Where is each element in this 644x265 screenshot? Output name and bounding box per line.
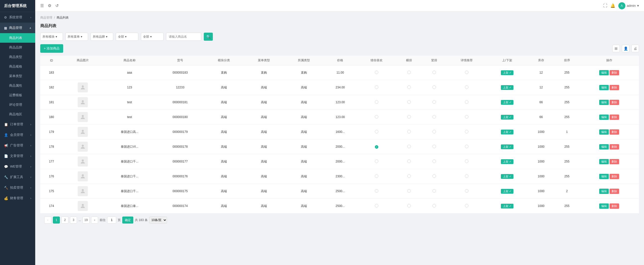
detail-radio[interactable] (465, 189, 468, 193)
cell-ver[interactable] (422, 169, 447, 184)
sidebar-item-order[interactable]: 📋 订单管理 › (0, 119, 35, 130)
fav-radio[interactable] (375, 130, 378, 133)
sidebar-sub-item-region[interactable]: 商品地区 (0, 110, 35, 119)
hor-radio[interactable] (407, 160, 411, 163)
detail-radio[interactable] (465, 174, 468, 178)
fav-radio[interactable] (375, 85, 378, 89)
cell-detail[interactable] (447, 154, 487, 169)
hor-radio[interactable] (407, 189, 411, 193)
edit-button[interactable]: 编辑 (599, 159, 609, 164)
menu-filter[interactable]: 所有菜单 ▾ (65, 33, 88, 41)
detail-radio[interactable] (465, 204, 468, 207)
sidebar-item-extend[interactable]: 🔧 扩展工具 › (0, 172, 35, 182)
brand-filter[interactable]: 所有品牌 ▾ (91, 33, 113, 41)
cell-hor[interactable] (397, 65, 422, 80)
ver-radio[interactable] (432, 189, 436, 193)
sidebar-item-ad[interactable]: 📢 广告管理 › (0, 140, 35, 151)
edit-button[interactable]: 编辑 (599, 203, 609, 209)
hor-radio[interactable] (407, 100, 411, 104)
edit-button[interactable]: 编辑 (599, 100, 609, 105)
page-size-select[interactable]: 10条/页 20条/页 50条/页 (149, 217, 167, 224)
ver-radio[interactable] (432, 204, 436, 207)
module-filter[interactable]: 所有模块 ▾ (40, 33, 63, 41)
cell-hor[interactable] (397, 80, 422, 95)
cell-fav[interactable] (357, 80, 397, 95)
next-page-btn[interactable]: › (91, 217, 98, 224)
sidebar-sub-item-comment[interactable]: 评论管理 (0, 100, 35, 110)
confirm-goto-btn[interactable]: 确定 (122, 217, 133, 224)
detail-radio[interactable] (465, 71, 468, 74)
cell-fav[interactable] (357, 125, 397, 139)
ver-radio[interactable] (432, 71, 436, 74)
delete-button[interactable]: 删除 (610, 203, 619, 209)
edit-button[interactable]: 编辑 (599, 129, 609, 135)
cell-fav[interactable] (357, 95, 397, 110)
edit-button[interactable]: 编辑 (599, 70, 609, 75)
ver-radio[interactable] (432, 160, 436, 163)
user-icon-btn[interactable]: 👤 (622, 45, 629, 52)
ver-radio[interactable] (432, 100, 436, 104)
fav-radio[interactable] (375, 115, 378, 119)
detail-radio[interactable] (465, 100, 468, 104)
ver-radio[interactable] (432, 85, 436, 89)
hor-radio[interactable] (407, 174, 411, 178)
cell-hor[interactable] (397, 169, 422, 184)
cell-ver[interactable] (422, 80, 447, 95)
page-btn-1[interactable]: 1 (53, 217, 60, 224)
delete-button[interactable]: 删除 (610, 144, 619, 149)
cell-ver[interactable] (422, 95, 447, 110)
detail-radio[interactable] (465, 130, 468, 133)
search-button[interactable]: 🔍 (204, 33, 213, 41)
prev-page-btn[interactable]: ‹ (44, 217, 51, 224)
ver-radio[interactable] (432, 130, 436, 133)
hor-radio[interactable] (407, 85, 411, 89)
notification-icon[interactable]: 🔔 (610, 3, 615, 8)
sidebar-item-goods[interactable]: ▦ 商品管理 ∧ (0, 23, 35, 33)
cell-hor[interactable] (397, 139, 422, 154)
delete-button[interactable]: 删除 (610, 174, 619, 179)
cell-detail[interactable] (447, 95, 487, 110)
user-info[interactable]: A admin ▾ (618, 2, 639, 9)
delete-button[interactable]: 删除 (610, 70, 619, 75)
detail-radio[interactable] (465, 85, 468, 89)
sidebar-item-member[interactable]: 👤 会员管理 › (0, 130, 35, 140)
hor-radio[interactable] (407, 204, 411, 207)
cell-detail[interactable] (447, 139, 487, 154)
sidebar-item-auction[interactable]: 🔨 拍卖管理 › (0, 182, 35, 193)
delete-button[interactable]: 删除 (610, 115, 619, 120)
refresh-icon[interactable]: ↺ (55, 3, 59, 8)
print-icon-btn[interactable]: 🖨 (631, 45, 639, 52)
page-btn-2[interactable]: 2 (61, 217, 68, 224)
detail-radio[interactable] (465, 115, 468, 119)
cell-detail[interactable] (447, 80, 487, 95)
cell-ver[interactable] (422, 139, 447, 154)
sidebar-item-content[interactable]: 📄 文章管理 › (0, 151, 35, 161)
columns-icon-btn[interactable]: ⊞ (612, 45, 620, 52)
fav-radio[interactable] (375, 100, 378, 104)
fullscreen-icon[interactable]: ⛶ (603, 4, 607, 8)
breadcrumb-parent[interactable]: 商品管理 (40, 16, 52, 19)
edit-button[interactable]: 编辑 (599, 115, 609, 120)
ver-radio[interactable] (432, 174, 436, 178)
sidebar-sub-item-list[interactable]: 商品列表 (0, 33, 35, 43)
hor-radio[interactable] (407, 71, 411, 74)
fav-radio[interactable] (375, 160, 378, 163)
delete-button[interactable]: 删除 (610, 129, 619, 135)
ver-radio[interactable] (432, 115, 436, 119)
cell-fav[interactable] (357, 169, 397, 184)
cell-hor[interactable] (397, 110, 422, 125)
page-goto-input[interactable] (107, 217, 116, 224)
cell-ver[interactable] (422, 65, 447, 80)
sidebar-item-finance[interactable]: 💰 财务管理 › (0, 193, 35, 203)
cell-ver[interactable] (422, 184, 447, 199)
hor-radio[interactable] (407, 145, 411, 148)
cell-fav[interactable] (357, 199, 397, 214)
cell-fav[interactable] (357, 110, 397, 125)
type1-filter[interactable]: 全部 ▾ (116, 33, 138, 41)
ver-radio[interactable] (432, 145, 436, 148)
cell-ver[interactable] (422, 154, 447, 169)
cell-detail[interactable] (447, 199, 487, 214)
cell-fav[interactable] (357, 65, 397, 80)
sidebar-sub-item-type[interactable]: 商品类型 (0, 52, 35, 62)
delete-button[interactable]: 删除 (610, 100, 619, 105)
